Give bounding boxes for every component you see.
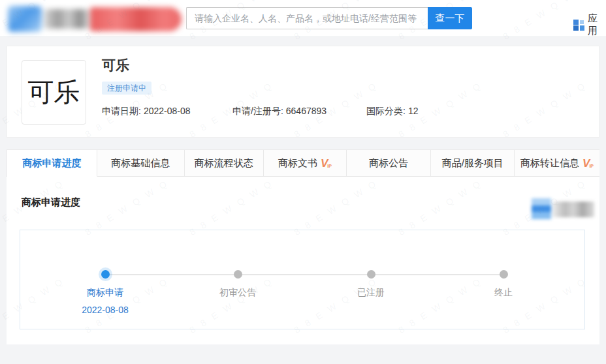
tab-label: 商标转让信息 <box>520 157 579 170</box>
timeline-dot <box>367 270 375 279</box>
progress-timeline: 商标申请 2022-08-08 初审公告 已注册 终止 <box>20 230 585 329</box>
apps-grid-icon <box>573 20 584 31</box>
search-bar: 查一下 <box>186 7 472 29</box>
top-header: 查一下 应用 <box>0 0 606 37</box>
trademark-summary-card: 可乐 可乐 注册申请中 申请日期:2022-08-08 申请/注册号:66467… <box>7 46 599 138</box>
corner-gray-blur <box>552 202 594 217</box>
timeline-dot <box>500 270 508 279</box>
timeline-step-label: 已注册 <box>315 287 426 299</box>
field-value: 66467893 <box>286 106 327 116</box>
timeline-step-label: 商标申请 <box>50 287 161 299</box>
tab-basic-info[interactable]: 商标基础信息 <box>97 150 185 177</box>
field-label: 申请日期: <box>102 106 141 116</box>
search-input[interactable] <box>186 7 428 29</box>
tab-label: 商标流程状态 <box>195 157 253 170</box>
apps-label: 应用 <box>588 12 606 37</box>
logo-red-blur <box>90 7 182 31</box>
timeline-step-terminated: 终止 <box>448 270 559 299</box>
timeline-connector-line <box>105 274 503 275</box>
section-title: 商标申请进度 <box>22 196 80 209</box>
tab-label: 商标申请进度 <box>22 157 81 170</box>
status-badge: 注册申请中 <box>102 82 152 95</box>
site-logo-blurred[interactable] <box>7 5 180 33</box>
timeline-dot-active <box>101 270 110 279</box>
timeline-step-registered: 已注册 <box>315 270 426 299</box>
vip-icon: VIP <box>321 158 332 169</box>
field-label: 申请/注册号: <box>232 106 283 116</box>
tab-label: 商标基础信息 <box>111 157 170 170</box>
field-registration-number: 申请/注册号:66467893 <box>232 106 366 117</box>
field-value: 12 <box>408 106 419 116</box>
trademark-info: 可乐 注册申请中 申请日期:2022-08-08 申请/注册号:66467893… <box>102 56 418 117</box>
tab-label: 商标文书 <box>278 157 317 170</box>
timeline-dot <box>234 270 242 279</box>
tab-announcements[interactable]: 商标公告 <box>347 150 431 177</box>
timeline-step-label: 终止 <box>448 287 559 299</box>
timeline-step-application: 商标申请 2022-08-08 <box>50 270 161 315</box>
tab-process-status[interactable]: 商标流程状态 <box>185 150 264 177</box>
tab-documents[interactable]: 商标文书 VIP <box>264 150 347 177</box>
application-progress-panel: 商标申请进度 商标申请 2022-08-08 初审公告 已注册 终止 <box>7 177 599 344</box>
tab-label: 商品/服务项目 <box>442 157 503 170</box>
logo-blue-blur <box>8 6 42 32</box>
trademark-tab-bar: 商标申请进度 商标基础信息 商标流程状态 商标文书 VIP 商标公告 商品/服务… <box>7 149 599 177</box>
tab-goods-services[interactable]: 商品/服务项目 <box>431 150 515 177</box>
logo-gray-blur <box>44 9 89 29</box>
trademark-image: 可乐 <box>22 60 86 125</box>
field-international-class: 国际分类:12 <box>366 106 418 117</box>
search-button[interactable]: 查一下 <box>428 7 472 29</box>
trademark-name: 可乐 <box>102 56 418 74</box>
corner-blue-blur <box>532 198 551 219</box>
field-value: 2022-08-08 <box>144 106 191 116</box>
trademark-fields: 申请日期:2022-08-08 申请/注册号:66467893 国际分类:12 <box>102 106 418 117</box>
corner-logo-blurred <box>532 198 597 223</box>
tab-label: 商标公告 <box>369 157 408 170</box>
field-apply-date: 申请日期:2022-08-08 <box>102 106 232 117</box>
timeline-step-label: 初审公告 <box>182 287 293 299</box>
tab-application-progress[interactable]: 商标申请进度 <box>7 150 97 177</box>
timeline-step-date: 2022-08-08 <box>50 305 161 315</box>
field-label: 国际分类: <box>366 106 406 116</box>
tab-transfer-info[interactable]: 商标转让信息 VIP <box>515 150 599 177</box>
timeline-step-preliminary-publication: 初审公告 <box>182 270 293 299</box>
apps-menu[interactable]: 应用 <box>573 12 606 37</box>
vip-icon: VIP <box>582 158 594 169</box>
